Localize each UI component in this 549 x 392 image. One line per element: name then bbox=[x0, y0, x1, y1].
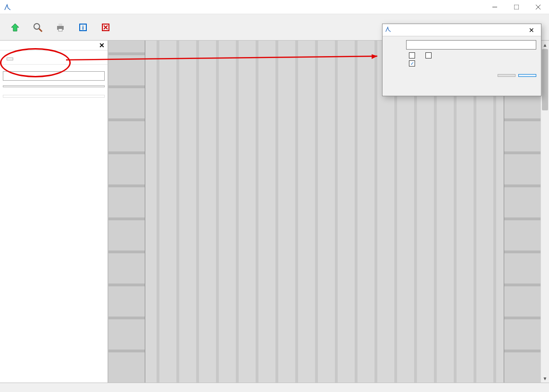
find-back-button[interactable] bbox=[498, 74, 516, 77]
checkbox-checked-icon: ✓ bbox=[409, 60, 415, 67]
find-icon bbox=[385, 26, 391, 33]
search-this-page-button[interactable] bbox=[7, 58, 13, 60]
find-dialog: ✕ ✓ bbox=[382, 24, 541, 96]
svg-text:i: i bbox=[82, 25, 83, 31]
maximize-button[interactable] bbox=[506, 0, 527, 14]
search-results-label bbox=[0, 89, 108, 95]
find-dialog-titlebar[interactable]: ✕ bbox=[383, 24, 541, 36]
svg-rect-1 bbox=[514, 5, 519, 9]
scroll-up-icon[interactable]: ▲ bbox=[541, 41, 549, 49]
magnifier-icon bbox=[33, 21, 43, 34]
app-icon bbox=[4, 3, 11, 11]
vertical-scrollbar[interactable]: ▲ ▼ bbox=[541, 41, 549, 383]
home-button[interactable] bbox=[4, 21, 26, 34]
find-next-button[interactable] bbox=[518, 74, 536, 77]
svg-rect-7 bbox=[58, 24, 62, 26]
info-icon: i bbox=[78, 21, 88, 34]
sidebar-close-icon[interactable]: ✕ bbox=[99, 42, 105, 49]
exit-button[interactable] bbox=[94, 21, 117, 34]
search-sidebar: ✕ bbox=[0, 41, 108, 383]
close-button[interactable] bbox=[527, 0, 549, 14]
minimize-button[interactable] bbox=[484, 0, 506, 14]
whole-word-checkbox[interactable] bbox=[409, 52, 417, 58]
svg-rect-8 bbox=[58, 29, 62, 31]
scroll-down-icon[interactable]: ▼ bbox=[541, 374, 549, 383]
scroll-thumb[interactable] bbox=[542, 49, 548, 110]
search-all-button[interactable] bbox=[3, 85, 105, 87]
home-icon bbox=[10, 21, 20, 34]
printer-icon bbox=[55, 21, 66, 34]
print-button[interactable] bbox=[49, 21, 72, 34]
about-button[interactable]: i bbox=[72, 21, 94, 34]
sidebar-header: ✕ bbox=[0, 41, 108, 50]
match-case-checkbox[interactable] bbox=[425, 52, 433, 58]
find-input[interactable] bbox=[406, 40, 536, 50]
scroll-track[interactable] bbox=[541, 49, 549, 374]
exit-icon bbox=[100, 21, 111, 34]
status-bar bbox=[0, 383, 549, 392]
svg-point-4 bbox=[34, 24, 40, 29]
search-button[interactable] bbox=[26, 21, 49, 34]
search-all-input[interactable] bbox=[3, 71, 105, 81]
checkbox-icon bbox=[425, 52, 432, 58]
checkbox-icon bbox=[409, 52, 415, 58]
highlight-all-checkbox[interactable]: ✓ bbox=[409, 60, 417, 67]
svg-line-5 bbox=[39, 29, 42, 32]
window-titlebar bbox=[0, 0, 549, 14]
result-preview bbox=[0, 98, 108, 383]
brick-gutter-left bbox=[108, 41, 145, 383]
find-dialog-close-button[interactable]: ✕ bbox=[522, 24, 541, 36]
